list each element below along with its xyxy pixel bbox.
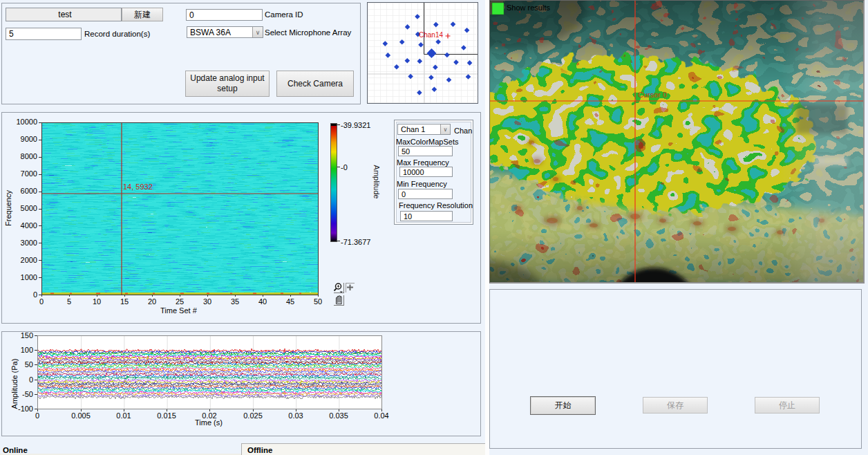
svg-text:Chan14: Chan14 [419, 31, 443, 39]
svg-text:14, 5932: 14, 5932 [123, 183, 153, 191]
svg-text:Show results: Show results [507, 3, 550, 12]
svg-text:Cursor 0: Cursor 0 [638, 91, 667, 99]
